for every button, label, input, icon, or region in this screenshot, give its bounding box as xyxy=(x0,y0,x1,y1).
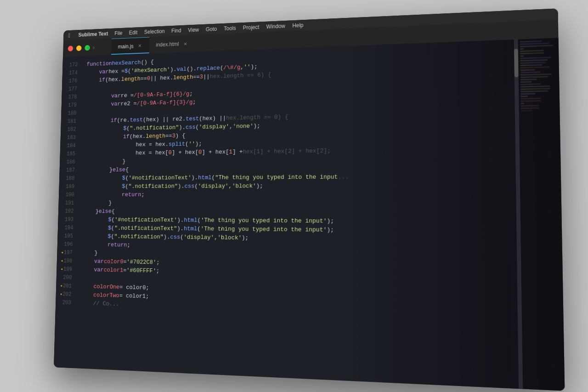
minimap-line-4 xyxy=(520,48,524,49)
line-num-188: 188 xyxy=(66,174,75,182)
line-num-180: 180 xyxy=(68,109,76,118)
minimap-line-5 xyxy=(520,50,543,52)
mac-window:  Sublime Text File Edit Selection Find … xyxy=(54,8,565,391)
minimap-line-15 xyxy=(520,73,552,75)
menu-sublime-text[interactable]: Sublime Text xyxy=(78,30,108,38)
menu-window[interactable]: Window xyxy=(266,23,285,29)
line-num-198: 198 xyxy=(63,257,73,265)
line-num-178: 178 xyxy=(68,93,77,101)
minimap-line-2 xyxy=(520,42,549,45)
menu-goto[interactable]: Goto xyxy=(206,26,217,32)
minimap-line-6 xyxy=(520,52,544,54)
minimap-line-13 xyxy=(520,69,535,71)
tab-main-js-label: main.js xyxy=(118,43,134,49)
minimap xyxy=(518,38,565,391)
line-num-199: 199 xyxy=(63,265,73,274)
line-num-182: 182 xyxy=(67,125,76,134)
tab-index-html-close[interactable]: ✕ xyxy=(182,40,188,47)
menu-find[interactable]: Find xyxy=(171,27,181,34)
line-num-203: 203 xyxy=(62,299,71,307)
line-num-174: 174 xyxy=(69,69,78,77)
minimap-line-12 xyxy=(520,66,550,68)
line-num-184: 184 xyxy=(67,142,75,150)
line-num-177: 177 xyxy=(68,85,77,93)
line-num-179: 179 xyxy=(68,101,77,109)
line-num-193: 193 xyxy=(65,216,74,224)
code-line-189: $(".notification").css('display', 'block… xyxy=(83,181,561,191)
minimap-line-29 xyxy=(521,107,539,109)
menu-help[interactable]: Help xyxy=(292,22,303,29)
forward-arrow[interactable]: › xyxy=(92,43,95,51)
minimap-line-7 xyxy=(520,55,524,57)
menu-tools[interactable]: Tools xyxy=(224,25,236,31)
minimap-line-19 xyxy=(520,83,541,85)
menu-selection[interactable]: Selection xyxy=(144,28,165,35)
tab-main-js[interactable]: main.js ✕ xyxy=(111,37,149,55)
close-button[interactable] xyxy=(68,45,74,51)
scrollbar-thumb[interactable] xyxy=(514,49,519,77)
minimap-line-30 xyxy=(521,109,532,111)
menu-project[interactable]: Project xyxy=(243,24,260,31)
tab-main-js-close[interactable]: ✕ xyxy=(137,42,143,49)
editor-area: 172 174 176 177 178 179 180 181 182 183 … xyxy=(54,38,565,391)
line-num-194: 194 xyxy=(64,224,74,232)
menu-file[interactable]: File xyxy=(114,30,123,36)
line-num-183: 183 xyxy=(67,134,76,142)
back-arrow[interactable]: ‹ xyxy=(87,44,89,51)
line-num-191: 191 xyxy=(65,199,74,207)
minimap-line-1 xyxy=(520,40,542,42)
apple-icon:  xyxy=(68,32,70,39)
minimap-line-8 xyxy=(520,57,551,59)
line-num-195: 195 xyxy=(64,232,74,240)
minimap-line-22 xyxy=(520,90,548,92)
line-num-176: 176 xyxy=(68,77,77,85)
code-line-190: return; xyxy=(83,190,561,199)
minimap-line-10 xyxy=(520,62,546,64)
minimap-line-25 xyxy=(521,97,541,99)
minimap-line-14 xyxy=(520,71,541,73)
minimap-line-18 xyxy=(520,81,531,83)
line-num-192: 192 xyxy=(65,207,74,216)
line-num-202: 202 xyxy=(62,290,72,299)
line-num-201: 201 xyxy=(62,282,72,290)
minimap-content xyxy=(518,38,560,113)
tab-index-html-label: index.html xyxy=(156,41,179,48)
line-num-197: 197 xyxy=(64,249,73,257)
minimap-line-16 xyxy=(520,76,548,78)
line-num-190: 190 xyxy=(65,191,74,199)
line-num-189: 189 xyxy=(66,182,75,191)
minimap-line-3 xyxy=(520,45,553,47)
minimap-line-17 xyxy=(520,78,537,80)
minimize-button[interactable] xyxy=(76,45,82,51)
minimap-line-26 xyxy=(521,100,541,102)
line-num-186: 186 xyxy=(66,158,75,166)
menu-edit[interactable]: Edit xyxy=(129,29,138,36)
line-num-172: 172 xyxy=(69,61,78,69)
line-num-200: 200 xyxy=(63,273,72,282)
minimap-line-20 xyxy=(520,85,550,87)
line-num-187: 187 xyxy=(66,166,75,175)
minimap-line-9 xyxy=(520,59,548,61)
line-num-185: 185 xyxy=(67,150,75,158)
tab-index-html[interactable]: index.html ✕ xyxy=(149,35,195,53)
minimap-line-21 xyxy=(520,88,550,90)
minimap-line-24 xyxy=(521,95,528,97)
line-num-181: 181 xyxy=(68,117,76,125)
minimap-line-28 xyxy=(521,105,539,107)
nav-arrows: ‹ › xyxy=(87,43,95,51)
minimap-line-27 xyxy=(521,102,525,104)
menu-view[interactable]: View xyxy=(188,27,199,33)
line-num-196: 196 xyxy=(64,240,73,249)
minimap-line-11 xyxy=(520,64,543,66)
minimap-line-23 xyxy=(521,93,536,95)
code-editor[interactable]: function hexSearch() { var hex = $('#hex… xyxy=(74,38,565,391)
